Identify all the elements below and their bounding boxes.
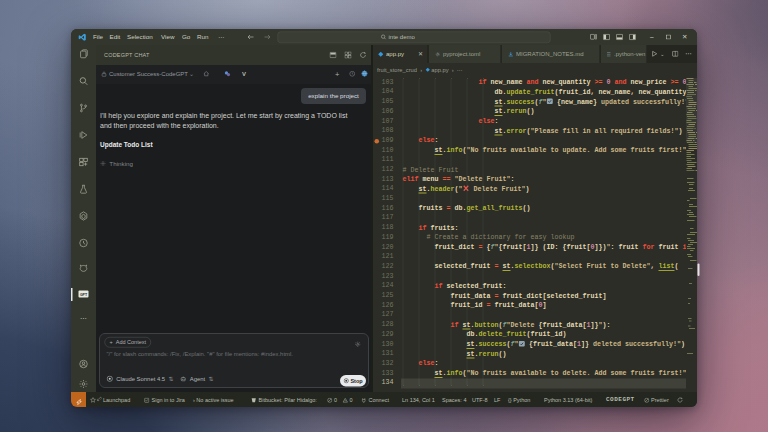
svg-text:GPT: GPT [80, 293, 88, 297]
